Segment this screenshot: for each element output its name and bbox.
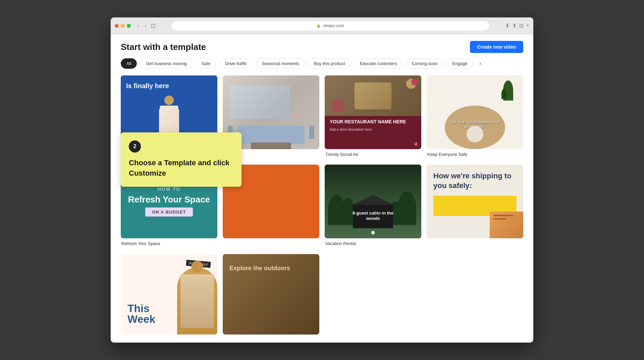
filter-sale[interactable]: Sale: [196, 58, 216, 69]
page-title: Start with a template: [121, 42, 206, 52]
back-button[interactable]: ‹: [136, 21, 141, 30]
person-shirt: [160, 106, 178, 132]
download-icon[interactable]: ⬇: [505, 22, 509, 29]
thisweek-text: ThisWeek: [127, 303, 155, 324]
template-label-dining: Keep Everyone Safe: [427, 152, 523, 157]
template-card-dining[interactable]: We love our customers and employees. Kee…: [427, 75, 523, 159]
cabin-bg: 8-guest cabin in the woods: [325, 165, 421, 238]
template-card-shipping[interactable]: How we're shipping to you safely:: [427, 165, 523, 248]
page-header: Start with a template Create new video: [121, 34, 523, 58]
template-thumb-restaurant: YOUR RESTAURANT NAME HERE Add a short de…: [325, 75, 421, 149]
thisweek-bg: SUPER SALE ThisWeek: [121, 254, 217, 335]
sofa-arm-right: [309, 126, 314, 139]
sofa-shape: [237, 126, 305, 144]
filter-educate[interactable]: Educate customers: [354, 58, 403, 69]
lock-icon: 🔒: [316, 23, 321, 28]
landscape-text: Explore the outdoors: [229, 264, 313, 273]
grid-container: Is finally here: [121, 75, 523, 337]
template-thumb-cabin: 8-guest cabin in the woods: [325, 165, 421, 238]
filter-seasonal[interactable]: Seasonal moments: [256, 58, 305, 69]
template-label-restaurant: Trendy Social Ad: [325, 152, 421, 157]
box-tape-1: [493, 215, 513, 216]
restaurant-dot: [411, 79, 418, 85]
filter-traffic[interactable]: Drive traffic: [219, 58, 253, 69]
filter-buy[interactable]: Buy this product: [308, 58, 351, 69]
toolbar-right: ⬇ ⬆ ⊟ +: [505, 22, 529, 29]
forest-bg: [325, 165, 421, 238]
dining-bg: We love our customers and employees.: [427, 75, 523, 149]
template-thumb-thisweek: SUPER SALE ThisWeek: [121, 254, 217, 335]
refresh-how: HOW TO: [157, 186, 180, 192]
address-bar[interactable]: 🔒 vimeo.com: [172, 21, 489, 31]
browser-toolbar: ‹ › ⊡ 🔒 vimeo.com ⬇ ⬆ ⊟ +: [111, 17, 533, 34]
maximize-button[interactable]: [127, 24, 131, 28]
mute-icon[interactable]: 🔇: [414, 142, 419, 146]
template-label-refresh: Refresh Your Space: [121, 241, 217, 246]
thisweek-head: [192, 261, 203, 273]
filter-row: All Get business moving Sale Drive traff…: [121, 58, 523, 69]
create-video-button[interactable]: Create new video: [470, 41, 523, 53]
template-thumb-shipping: How we're shipping to you safely:: [427, 165, 523, 238]
person-head-shape: [164, 96, 174, 105]
sidebar-icon[interactable]: ⊟: [519, 22, 524, 29]
template-card-landscape[interactable]: Explore the outdoors: [223, 254, 319, 337]
fashion-title: Is finally here: [121, 75, 217, 97]
template-label-cabin: Vacation Rental: [325, 241, 421, 246]
template-card-cabin[interactable]: 8-guest cabin in the woods Vacation Rent…: [325, 165, 421, 248]
filter-engage[interactable]: Engage: [447, 58, 473, 69]
cabin-roof: [353, 195, 393, 205]
plate-shape: [467, 126, 483, 142]
shipping-bg: How we're shipping to you safely:: [427, 165, 523, 238]
landscape-bg: Explore the outdoors: [223, 254, 319, 335]
add-tab-icon[interactable]: +: [526, 22, 529, 29]
template-card-restaurant[interactable]: YOUR RESTAURANT NAME HERE Add a short de…: [325, 75, 421, 159]
restaurant-bg: YOUR RESTAURANT NAME HERE Add a short de…: [325, 75, 421, 149]
template-thumb-landscape: Explore the outdoors: [223, 254, 319, 335]
url-text: vimeo.com: [323, 23, 344, 28]
thisweek-person: [177, 267, 217, 335]
box-tape-2: [493, 218, 506, 220]
thisweek-body: [180, 274, 214, 328]
refresh-budget: ON A BUDGET: [145, 207, 193, 217]
filter-business[interactable]: Get business moving: [140, 58, 192, 69]
food-platter: [355, 82, 391, 109]
forward-button[interactable]: ›: [143, 21, 148, 30]
window-light: [229, 85, 290, 119]
minimize-button[interactable]: [121, 24, 125, 28]
coffee-table: [251, 142, 291, 149]
tutorial-step-number: 2: [129, 140, 141, 153]
refresh-title: Refresh Your Space: [128, 194, 210, 205]
food-bg: [325, 75, 421, 116]
tutorial-overlay: 2 Choose a Template and click Customize: [121, 132, 241, 187]
filter-coming[interactable]: Coming soon: [406, 58, 443, 69]
browser-window: ‹ › ⊡ 🔒 vimeo.com ⬇ ⬆ ⊟ + Start with a t…: [111, 17, 533, 343]
restaurant-name: YOUR RESTAURANT NAME HERE: [325, 116, 421, 127]
box-shape: [490, 212, 523, 238]
filter-all[interactable]: All: [121, 58, 137, 69]
tutorial-text: Choose a Template and click Customize: [129, 158, 233, 179]
tab-button[interactable]: ⊡: [151, 22, 156, 29]
close-button[interactable]: [115, 24, 119, 28]
template-thumb-dining: We love our customers and employees.: [427, 75, 523, 149]
template-card-thisweek[interactable]: SUPER SALE ThisWeek: [121, 254, 217, 337]
traffic-lights: [115, 24, 131, 28]
templates-grid: Is finally here: [121, 75, 523, 337]
plant-shape-2: [501, 89, 506, 99]
filter-more-button[interactable]: ›: [477, 59, 484, 68]
food-accent-left: [331, 99, 345, 113]
restaurant-desc: Add a short description here.: [325, 127, 421, 132]
cabin-dot: [371, 231, 375, 234]
page-content: Start with a template Create new video A…: [111, 34, 533, 343]
share-icon[interactable]: ⬆: [512, 22, 517, 29]
shipping-text: How we're shipping to you safely:: [433, 171, 517, 190]
cabin-text: 8-guest cabin in the woods: [348, 211, 398, 222]
